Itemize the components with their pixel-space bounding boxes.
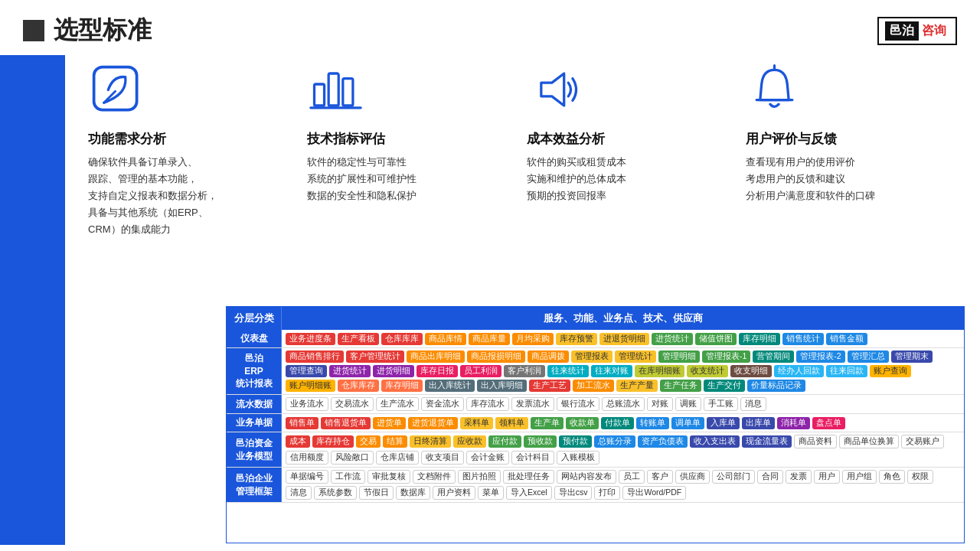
tag-4-0: 成本 (286, 435, 310, 448)
tag-4-18: 仓库店铺 (376, 451, 419, 465)
tag-4-1: 库存持仓 (312, 435, 354, 448)
header-left: 选型标准 (23, 14, 152, 47)
tag-0-12: 销售金额 (826, 333, 867, 345)
tag-1-27: 账户明细账 (286, 380, 335, 392)
tag-2-2: 生产流水 (376, 397, 419, 411)
tag-0-0: 业务进度条 (286, 333, 335, 345)
tag-4-9: 总账分录 (594, 435, 635, 448)
tag-2-0: 业务流水 (286, 397, 328, 411)
table-body: 仪表盘业务进度条生产看板仓库库库商品库情商品库量月均采购库存预警进退货明细进货统… (227, 330, 964, 503)
header-square-icon (23, 20, 44, 41)
tag-4-20: 会计金账 (466, 451, 509, 465)
svg-rect-0 (94, 67, 137, 110)
tag-1-0: 商品销售排行 (286, 350, 344, 363)
tag-3-11: 入库单 (707, 417, 740, 429)
tag-5-25: 打印 (594, 486, 620, 500)
tag-0-5: 月均采购 (512, 333, 554, 345)
tag-1-22: 收支统计 (687, 365, 728, 377)
tag-1-33: 加工流水 (573, 380, 614, 392)
tag-5-22: 菜单 (478, 486, 504, 500)
section2-title: 技术指标评估 (307, 130, 385, 148)
table-row: 流水数据业务流水交易流水生产流水资金流水库存流水发票流水银行流水总账流水对账调账… (227, 395, 964, 414)
tag-5-24: 导出csv (554, 486, 593, 500)
tag-2-4: 库存流水 (466, 397, 509, 411)
table-header-content: 服务、功能、业务点、技术、供应商 (282, 307, 964, 330)
table-row: 仪表盘业务进度条生产看板仓库库库商品库情商品库量月均采购库存预警进退货明细进货统… (227, 330, 964, 348)
tag-4-19: 收支项目 (421, 451, 464, 465)
tag-3-0: 销售单 (286, 417, 318, 429)
tag-2-6: 银行流水 (557, 397, 599, 411)
tag-4-5: 应收款 (453, 435, 486, 448)
content-area: 功能需求分析 确保软件具备订单录入、跟踪、管理的基本功能，支持自定义报表和数据分… (65, 55, 980, 545)
tag-5-21: 用户资料 (433, 486, 475, 500)
row-label-4: 邑泊资金业务模型 (227, 432, 282, 467)
tag-0-4: 商品库量 (469, 333, 510, 345)
tag-1-28: 仓库库存 (338, 380, 379, 392)
table-row: 邑泊ERP统计报表商品销售排行客户管理统计商品出库明细商品报损明细商品调拨管理报… (227, 348, 964, 395)
tag-4-8: 预付款 (559, 435, 592, 448)
tag-3-1: 销售退货单 (321, 417, 371, 429)
tag-1-10: 管理报表-2 (796, 350, 844, 363)
tag-1-15: 进货明细 (373, 365, 414, 377)
tag-3-3: 进货退货单 (408, 417, 458, 429)
tag-1-14: 进货统计 (329, 365, 371, 377)
logo-box: 邑泊 咨询 (877, 17, 957, 45)
row-content-3: 销售单销售退货单进货单进货退货单采料单领料单生产单收款单付款单转账单调单单入库单… (282, 414, 964, 432)
tag-4-16: 信用额度 (286, 451, 328, 465)
tag-5-26: 导出Word/PDF (622, 486, 686, 500)
section-technical: 技术指标评估 软件的稳定性与可靠性系统的扩展性和可维护性数据的安全性和隐私保护 (307, 63, 526, 238)
logo-red-text: 咨询 (919, 21, 949, 41)
tag-4-7: 预收款 (524, 435, 557, 448)
tag-5-13: 用户 (814, 470, 840, 484)
tag-1-21: 在库明细账 (635, 365, 684, 377)
table-header-label: 分层分类 (227, 307, 282, 330)
tag-5-20: 数据库 (396, 486, 430, 500)
tag-4-6: 应付款 (488, 435, 521, 448)
tag-0-3: 商品库情 (425, 333, 466, 345)
tag-1-26: 账户查询 (870, 365, 911, 377)
tag-1-5: 管理报表 (571, 350, 612, 363)
tag-3-5: 领料单 (495, 417, 528, 429)
tag-3-13: 消耗单 (777, 417, 810, 429)
tag-1-37: 价量标品记录 (747, 380, 805, 392)
tag-5-14: 用户组 (842, 470, 877, 484)
tag-1-3: 商品报损明细 (467, 350, 525, 363)
tag-2-3: 资金流水 (421, 397, 464, 411)
tag-1-18: 客户利润 (504, 365, 545, 377)
tag-5-9: 供应商 (675, 470, 710, 484)
section-feedback: 用户评价与反馈 查看现有用户的使用评价考虑用户的反馈和建议分析用户满意度和软件的… (746, 63, 965, 238)
tag-5-15: 角色 (879, 470, 905, 484)
tag-4-11: 收入支出表 (690, 435, 740, 448)
page-title: 选型标准 (54, 14, 152, 47)
tag-5-19: 节假日 (359, 486, 394, 500)
row-content-2: 业务流水交易流水生产流水资金流水库存流水发票流水银行流水总账流水对账调账手工账消… (282, 395, 964, 413)
section1-desc: 确保软件具备订单录入、跟踪、管理的基本功能，支持自定义报表和数据分析，具备与其他… (88, 154, 217, 238)
tag-0-6: 库存预警 (556, 333, 597, 345)
table-row: 业务单据销售单销售退货单进货单进货退货单采料单领料单生产单收款单付款单转账单调单… (227, 414, 964, 432)
tag-1-20: 往来对账 (591, 365, 632, 377)
tag-4-13: 商品资料 (794, 435, 837, 448)
tag-1-30: 出入库统计 (425, 380, 475, 392)
section3-title: 成本效益分析 (527, 130, 605, 148)
tag-0-10: 库存明细 (739, 333, 780, 345)
tag-5-8: 客户 (647, 470, 673, 484)
tag-5-18: 系统参数 (314, 486, 357, 500)
row-label-0: 仪表盘 (227, 330, 282, 347)
tag-1-12: 管理期末 (891, 350, 933, 363)
tag-5-17: 清息 (286, 486, 312, 500)
tag-1-13: 管理查询 (286, 365, 327, 377)
leaf-icon (88, 63, 145, 119)
tag-2-1: 交易流水 (331, 397, 374, 411)
tag-4-21: 会计科目 (511, 451, 554, 465)
tag-5-7: 员工 (619, 470, 645, 484)
tag-0-2: 仓库库库 (381, 333, 423, 345)
tag-5-6: 网站内容发布 (557, 470, 616, 484)
section1-title: 功能需求分析 (88, 130, 166, 148)
tag-0-9: 储值饼图 (695, 333, 737, 345)
tag-1-1: 客户管理统计 (346, 350, 404, 363)
tag-4-14: 商品单位换算 (839, 435, 899, 448)
tag-4-2: 交易 (356, 435, 381, 448)
row-label-3: 业务单据 (227, 414, 282, 432)
tag-0-7: 进退货明细 (599, 333, 649, 345)
tag-1-24: 经办人回款 (774, 365, 824, 377)
